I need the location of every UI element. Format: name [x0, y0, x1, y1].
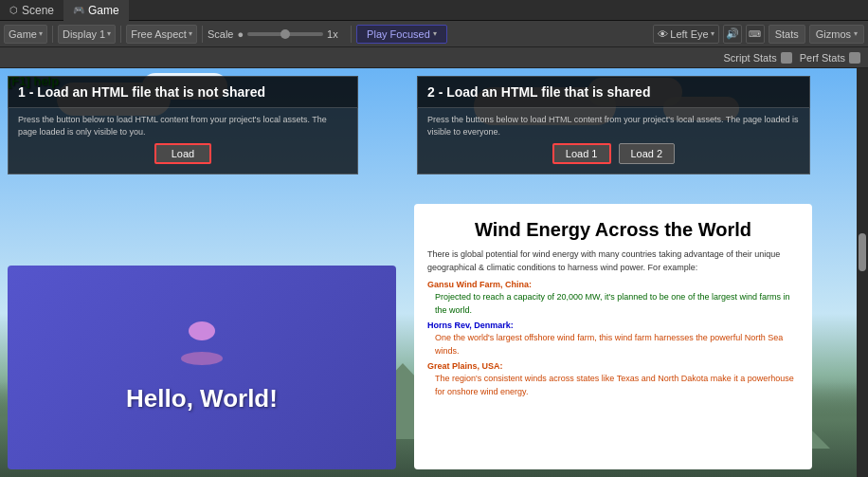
- wind-plains-title: Great Plains, USA:: [427, 361, 799, 371]
- script-stats-toggle[interactable]: [781, 52, 792, 64]
- toolbar: Game ▾ Display 1 ▾ Free Aspect ▾ Scale ●…: [0, 21, 868, 47]
- perf-stats-item: Perf Stats: [800, 52, 860, 64]
- script-stats-item: Script Stats: [723, 52, 791, 64]
- chevron-down-icon: ▾: [711, 29, 714, 38]
- hello-world-panel: Hello, World!: [8, 266, 396, 469]
- game-icon: 🎮: [73, 5, 84, 15]
- panel1-description: Press the button below to load HTML cont…: [18, 114, 348, 138]
- display-dropdown[interactable]: Display 1 ▾: [58, 25, 116, 44]
- wind-horns-content: One the world's largest offshore wind fa…: [435, 332, 799, 358]
- chevron-down-icon: ▾: [854, 29, 858, 38]
- game-viewport: [F1] help 1 - Load an HTML file that is …: [0, 68, 868, 477]
- gizmos-button[interactable]: Gizmos ▾: [809, 25, 864, 44]
- scale-slider[interactable]: [247, 32, 323, 36]
- scene-icon: ⬡: [9, 5, 18, 15]
- chevron-down-icon: ▾: [189, 29, 192, 38]
- wind-panel-title: Wind Energy Across the World: [427, 219, 799, 241]
- panel2-buttons: Load 1 Load 2: [427, 143, 800, 164]
- avatar: [178, 321, 226, 369]
- avatar-head: [189, 321, 215, 340]
- keyboard-icon: ⌨: [749, 29, 761, 39]
- hello-world-text: Hello, World!: [126, 384, 278, 413]
- play-focused-button[interactable]: Play Focused ▾: [356, 25, 447, 44]
- chevron-down-icon: ▾: [39, 29, 43, 38]
- separator: [52, 26, 53, 43]
- tab-bar: ⬡ Scene 🎮 Game: [0, 0, 868, 21]
- panel1-title: 1 - Load an HTML file that is not shared: [8, 76, 358, 108]
- panel2-load2-button[interactable]: Load 2: [619, 143, 676, 164]
- scale-dot-icon: ●: [237, 28, 244, 40]
- panel1-not-shared: 1 - Load an HTML file that is not shared…: [8, 76, 358, 174]
- game-dropdown[interactable]: Game ▾: [4, 25, 47, 44]
- wind-plains-content: The region's consistent winds across sta…: [435, 373, 799, 398]
- panel2-shared: 2 - Load an HTML file that is shared Pre…: [417, 76, 810, 174]
- audio-icon: 🔊: [726, 28, 739, 40]
- toolbar-right: 👁 Left Eye ▾ 🔊 ⌨ Stats Gizmos ▾: [653, 25, 864, 44]
- wind-gansu-title: Gansu Wind Farm, China:: [427, 280, 799, 289]
- panel2-description: Press the buttons below to load HTML con…: [427, 114, 800, 138]
- separator: [120, 26, 121, 43]
- wind-gansu-content: Projected to reach a capacity of 20,000 …: [435, 291, 799, 317]
- tab-game[interactable]: 🎮 Game: [63, 0, 129, 21]
- chevron-down-icon: ▾: [433, 29, 437, 38]
- audio-button[interactable]: 🔊: [723, 25, 742, 44]
- wind-plains-section: Great Plains, USA: The region's consiste…: [427, 361, 799, 398]
- wind-gansu-section: Gansu Wind Farm, China: Projected to rea…: [427, 280, 799, 317]
- panel1-body: Press the button below to load HTML cont…: [8, 108, 358, 174]
- perf-stats-toggle[interactable]: [849, 52, 860, 64]
- chevron-down-icon: ▾: [107, 29, 111, 38]
- stats-button[interactable]: Stats: [769, 25, 805, 44]
- separator: [202, 26, 203, 43]
- keyboard-button[interactable]: ⌨: [746, 25, 765, 44]
- wind-energy-panel: Wind Energy Across the World There is gl…: [414, 204, 812, 469]
- panel2-load1-button[interactable]: Load 1: [552, 143, 611, 164]
- scale-section: Scale ● 1x: [208, 28, 346, 40]
- scrollbar-thumb[interactable]: [859, 233, 866, 271]
- panel1-load-button[interactable]: Load: [154, 143, 211, 164]
- aspect-dropdown[interactable]: Free Aspect ▾: [126, 25, 197, 44]
- wind-horns-title: Horns Rev, Denmark:: [427, 321, 799, 330]
- viewport-scrollbar[interactable]: [857, 68, 868, 477]
- separator: [351, 26, 352, 43]
- left-eye-dropdown[interactable]: 👁 Left Eye ▾: [653, 25, 718, 44]
- panel2-body: Press the buttons below to load HTML con…: [417, 108, 810, 174]
- avatar-body: [181, 352, 223, 365]
- tab-scene[interactable]: ⬡ Scene: [0, 0, 63, 21]
- panel2-title: 2 - Load an HTML file that is shared: [417, 76, 810, 108]
- wind-horns-section: Horns Rev, Denmark: One the world's larg…: [427, 321, 799, 358]
- stats-bar: Script Stats Perf Stats: [0, 47, 868, 68]
- eye-icon: 👁: [658, 28, 668, 40]
- wind-intro-text: There is global potential for wind energ…: [427, 248, 799, 274]
